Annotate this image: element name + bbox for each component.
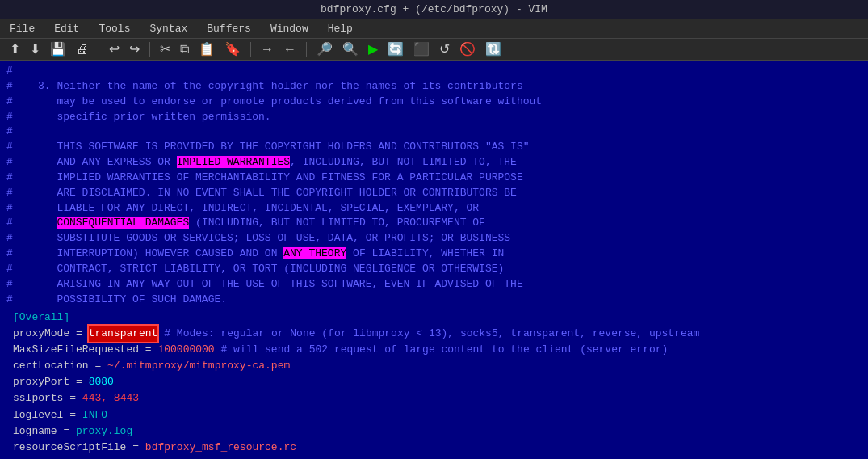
line-12: # SUBSTITUTE GOODS OR SERVICES; LOSS OF … — [0, 231, 868, 246]
maxsize-value: 100000000 — [157, 342, 214, 358]
line-7: # AND ANY EXPRESS OR IMPLIED WARRANTIES,… — [0, 155, 868, 171]
menu-window[interactable]: Window — [267, 21, 312, 36]
config-section: [Overall] proxyMode = transparent # Mode… — [0, 306, 868, 459]
line-4: # specific prior written permission. — [0, 110, 868, 125]
line-9: # ARE DISCLAIMED. IN NO EVENT SHALL THE … — [0, 186, 868, 201]
resourcescript-key: resourceScriptFile = — [13, 440, 145, 456]
separator-4 — [306, 42, 307, 57]
line-11: # CONSEQUENTIAL DAMAGES (INCLUDING, BUT … — [0, 216, 868, 231]
toolbar-cancel[interactable]: 🚫 — [456, 41, 479, 57]
sslports-value: 443, 8443 — [82, 390, 139, 406]
section-header: [Overall] — [13, 310, 69, 326]
toolbar-upload[interactable]: ⬆ — [6, 41, 23, 57]
toolbar-forward[interactable]: → — [258, 41, 277, 57]
toolbar-run[interactable]: ▶ — [365, 41, 381, 57]
toolbar-stop[interactable]: ⬛ — [410, 41, 433, 57]
toolbar-revert[interactable]: ↺ — [436, 41, 453, 57]
config-maxsize: MaxSizeFileRequested = 100000000 # will … — [6, 342, 862, 358]
config-sslports: sslports = 443, 8443 — [6, 390, 862, 406]
proxyport-key: proxyPort = — [13, 374, 89, 390]
line-14: # CONTRACT, STRICT LIABILITY, OR TORT (I… — [0, 262, 868, 277]
toolbar-back[interactable]: ← — [280, 41, 300, 57]
toolbar-download[interactable]: ⬇ — [27, 41, 44, 57]
menu-tools[interactable]: Tools — [95, 21, 133, 36]
config-loglevel: loglevel = INFO — [6, 407, 862, 423]
config-resourcescript: resourceScriptFile = bdfproxy_msf_resour… — [6, 440, 862, 456]
toolbar-zoom[interactable]: 🔍 — [339, 41, 362, 57]
proxymode-comment: # Modes: regular or None (for libmproxy … — [157, 326, 699, 342]
menu-buffers[interactable]: Buffers — [203, 21, 254, 36]
menu-edit[interactable]: Edit — [51, 21, 82, 36]
toolbar-bookmark[interactable]: 🔖 — [221, 41, 244, 57]
certlocation-key: certLocation = — [13, 358, 107, 374]
editor[interactable]: # # 3. Neither the name of the copyright… — [0, 61, 868, 306]
line-16: # POSSIBILITY OF SUCH DAMAGE. — [0, 293, 868, 306]
line-8: # IMPLIED WARRANTIES OF MERCHANTABILITY … — [0, 171, 868, 186]
title-text: bdfproxy.cfg + (/etc/bdfproxy) - VIM — [321, 3, 547, 15]
toolbar-cut[interactable]: ✂ — [157, 41, 174, 57]
resourcescript-value: bdfproxy_msf_resource.rc — [145, 440, 296, 456]
toolbar-redo[interactable]: ↪ — [126, 41, 143, 57]
proxymode-key: proxyMode = — [13, 326, 89, 342]
config-certlocation: certLocation = ~/.mitmproxy/mitmproxy-ca… — [6, 358, 862, 374]
separator-3 — [250, 42, 251, 57]
title-bar: bdfproxy.cfg + (/etc/bdfproxy) - VIM — [0, 0, 868, 19]
toolbar-copy[interactable]: ⧉ — [177, 41, 192, 57]
config-logname: logname = proxy.log — [6, 423, 862, 440]
line-15: # ARISING IN ANY WAY OUT OF THE USE OF T… — [0, 277, 868, 293]
toolbar-save[interactable]: 💾 — [47, 41, 69, 57]
line-3: # may be used to endorse or promote prod… — [0, 95, 868, 110]
highlight-anytheory: ANY THEORY — [283, 247, 346, 259]
toolbar-search[interactable]: 🔎 — [313, 41, 336, 57]
line-2: # 3. Neither the name of the copyright h… — [0, 79, 868, 95]
maxsize-comment: # will send a 502 request of large conte… — [215, 342, 669, 358]
toolbar-loop[interactable]: 🔃 — [482, 41, 505, 57]
toolbar-print[interactable]: 🖨 — [73, 41, 92, 57]
separator-2 — [149, 42, 150, 57]
menu-file[interactable]: File — [6, 21, 38, 36]
highlight-implied: IMPLIED WARRANTIES — [177, 156, 290, 168]
loglevel-key: loglevel = — [13, 407, 82, 423]
line-6: # THIS SOFTWARE IS PROVIDED BY THE COPYR… — [0, 140, 868, 155]
line-5: # — [0, 124, 868, 140]
logname-key: logname = — [13, 423, 76, 440]
loglevel-value: INFO — [82, 407, 107, 423]
line-13: # INTERRUPTION) HOWEVER CAUSED AND ON AN… — [0, 246, 868, 262]
highlight-consequential: CONSEQUENTIAL DAMAGES — [57, 217, 189, 229]
toolbar-paste[interactable]: 📋 — [195, 41, 218, 57]
menu-help[interactable]: Help — [325, 21, 356, 36]
config-proxyport: proxyPort = 8080 — [6, 374, 862, 390]
logname-value: proxy.log — [76, 423, 132, 440]
toolbar-undo[interactable]: ↩ — [106, 41, 123, 57]
menu-syntax[interactable]: Syntax — [146, 21, 191, 36]
line-1: # — [0, 64, 868, 79]
toolbar: ⬆ ⬇ 💾 🖨 ↩ ↪ ✂ ⧉ 📋 🔖 → ← 🔎 🔍 ▶ 🔄 ⬛ ↺ 🚫 🔃 — [0, 39, 868, 61]
app-window: bdfproxy.cfg + (/etc/bdfproxy) - VIM Fil… — [0, 0, 868, 459]
config-proxymode: proxyMode = transparent # Modes: regular… — [6, 326, 862, 342]
proxymode-value: transparent — [89, 326, 158, 342]
separator-1 — [99, 42, 99, 57]
menu-bar: File Edit Tools Syntax Buffers Window He… — [0, 19, 868, 39]
config-overall-section: [Overall] — [6, 310, 862, 326]
maxsize-key: MaxSizeFileRequested = — [13, 342, 157, 358]
certlocation-value: ~/.mitmproxy/mitmproxy-ca.pem — [107, 358, 290, 374]
line-10: # LIABLE FOR ANY DIRECT, INDIRECT, INCID… — [0, 201, 868, 217]
proxyport-value: 8080 — [89, 374, 114, 390]
sslports-key: sslports = — [13, 390, 82, 406]
toolbar-refresh[interactable]: 🔄 — [384, 41, 407, 57]
